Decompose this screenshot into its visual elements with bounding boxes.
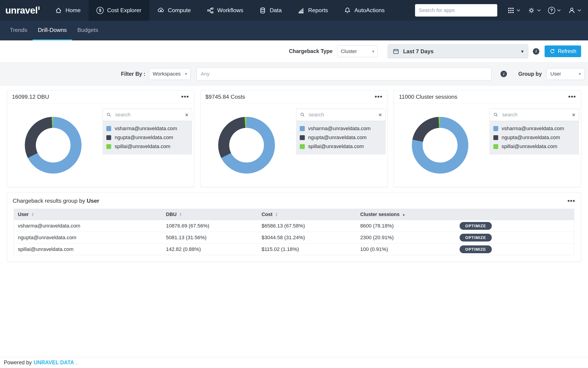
bell-icon [344,7,351,14]
clear-icon[interactable]: × [185,112,188,118]
card-dbu: 16099.12 DBU ••• × vsharma@unraveldata.c… [7,90,194,187]
tab-label: Trends [10,27,27,33]
nav-item-label: Data [270,7,282,14]
filter-value-input[interactable] [197,67,491,80]
legend-label: vsharma@unraveldata.com [308,126,371,131]
legend-item[interactable]: spillai@unraveldata.com [489,142,579,151]
info-icon[interactable]: i [533,48,539,55]
card-title: 11000 Cluster sessions [399,94,457,100]
nav-item-data[interactable]: Data [251,0,290,21]
optimize-button[interactable]: OPTIMIZE [460,234,492,241]
legend-item[interactable]: spillai@unraveldata.com [296,142,386,151]
donut-chart-sessions[interactable] [412,117,468,174]
nav-item-home[interactable]: Home [47,0,89,21]
filter-band: Filter By : Workspaces ▾ i Group by User… [0,62,588,86]
user-menu-button[interactable] [568,7,581,14]
filter-by-label: Filter By : [121,71,145,77]
search-icon [493,112,499,118]
top-navbar: unravel Home $ Cost Explorer Compute Wor… [0,0,588,21]
column-header-user[interactable]: User ▲▼ [14,212,162,217]
table-row: ngupta@unraveldata.com 5081.13 (31.56%) … [14,232,574,243]
legend-label: spillai@unraveldata.com [308,144,364,149]
column-header-cluster-sessions[interactable]: Cluster sessions ▲ [356,212,456,217]
brand-logo-text: unravel [5,5,38,16]
legend-item[interactable]: ngupta@unraveldata.com [489,133,579,142]
nav-item-compute[interactable]: Compute [149,0,199,21]
legend-item[interactable]: vsharma@unraveldata.com [296,124,386,133]
legend-swatch [300,126,305,131]
nav-item-label: AutoActions [355,7,385,14]
table-row: vsharma@unraveldata.com 10876.69 (67.56%… [14,220,574,232]
tab-label: Drill-Downs [38,27,67,33]
chargeback-type-select[interactable]: Cluster ▾ [337,46,378,57]
group-by-select[interactable]: User ▾ [547,68,585,80]
footer-suffix: . [76,359,77,366]
column-label: Cluster sessions [360,212,400,217]
nav-item-label: Home [65,7,81,14]
tab-drill-downs[interactable]: Drill-Downs [33,21,72,40]
menu-dots-icon[interactable]: ••• [568,95,576,99]
legend-label: ngupta@unraveldata.com [502,135,560,140]
nav-item-autoactions[interactable]: AutoActions [336,0,392,21]
sort-icon: ▲▼ [179,212,182,216]
menu-dots-icon[interactable]: ••• [375,95,383,99]
results-title-prefix: Chargeback results group by [13,198,85,204]
refresh-label: Refresh [558,48,576,55]
series-search-input[interactable] [308,111,376,118]
date-range-picker[interactable]: Last 7 Days ▾ [388,44,528,58]
clear-icon[interactable]: × [379,112,382,118]
secondary-nav: Trends Drill-Downs Budgets [0,21,588,40]
nav-item-reports[interactable]: Reports [290,0,336,21]
tools-menu-button[interactable] [528,7,541,14]
series-panel: × vsharma@unraveldata.com ngupta@unravel… [489,109,579,155]
compute-cloud-icon [157,7,164,14]
apps-grid-icon [507,7,515,14]
donut-chart-dbu[interactable] [25,117,82,174]
cell-dbu: 10876.69 (67.56%) [162,223,258,229]
filter-by-select[interactable]: Workspaces ▾ [149,68,191,80]
optimize-button[interactable]: OPTIMIZE [460,222,492,230]
legend-swatch [300,144,305,149]
chevron-down-icon [517,9,520,11]
donut-chart-costs[interactable] [218,117,275,174]
apps-menu-button[interactable] [507,7,521,14]
legend: vsharma@unraveldata.com ngupta@unravelda… [489,121,579,154]
legend-item[interactable]: vsharma@unraveldata.com [489,124,579,133]
card-body: × vsharma@unraveldata.com ngupta@unravel… [394,103,581,187]
legend-item[interactable]: spillai@unraveldata.com [103,142,192,151]
chevron-down-icon [537,9,541,11]
refresh-button[interactable]: Refresh [545,46,581,57]
brand-logo[interactable]: unravel [5,5,39,16]
nav-item-cost-explorer[interactable]: $ Cost Explorer [89,0,149,21]
legend-label: ngupta@unraveldata.com [308,135,367,140]
chevron-down-icon: ▾ [372,49,374,54]
nav-item-label: Reports [308,7,328,14]
column-header-dbu[interactable]: DBU ▲▼ [162,212,258,217]
menu-dots-icon[interactable]: ••• [181,95,189,99]
cell-dbu: 142.82 (0.88%) [162,246,258,252]
sort-icon: ▲▼ [31,212,34,216]
results-table-header: User ▲▼ DBU ▲▼ Cost ▲▼ Cluster sessions … [14,209,574,220]
series-search-input[interactable] [115,111,182,118]
series-panel: × vsharma@unraveldata.com ngupta@unravel… [103,109,192,155]
brand-logo-mark [38,6,39,10]
column-header-cost[interactable]: Cost ▲▼ [258,212,356,217]
menu-dots-icon[interactable]: ••• [567,199,575,203]
tab-budgets[interactable]: Budgets [72,21,103,40]
nav-item-workflows[interactable]: Workflows [199,0,251,21]
cell-cost: $6586.13 (67.58%) [258,223,356,229]
chargeback-results-card: Chargeback results group by User ••• Use… [7,193,581,261]
app-search-input[interactable] [415,4,497,17]
unravel-data-link[interactable]: UNRAVEL DATA [34,359,74,366]
legend-item[interactable]: ngupta@unraveldata.com [296,133,386,142]
series-search-input[interactable] [501,111,569,118]
optimize-button[interactable]: OPTIMIZE [460,245,492,253]
legend-item[interactable]: vsharma@unraveldata.com [103,124,192,133]
tab-trends[interactable]: Trends [5,21,33,40]
chevron-down-icon [578,9,581,11]
clear-icon[interactable]: × [572,112,575,118]
chevron-down-icon: ▾ [579,71,581,76]
help-menu-button[interactable]: ? [548,7,561,14]
legend-item[interactable]: ngupta@unraveldata.com [103,133,192,142]
info-icon[interactable]: i [501,71,507,77]
